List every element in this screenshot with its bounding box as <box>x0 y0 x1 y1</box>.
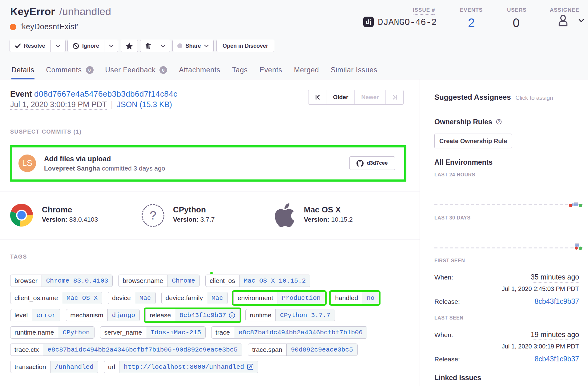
svg-text:?: ? <box>498 120 500 123</box>
